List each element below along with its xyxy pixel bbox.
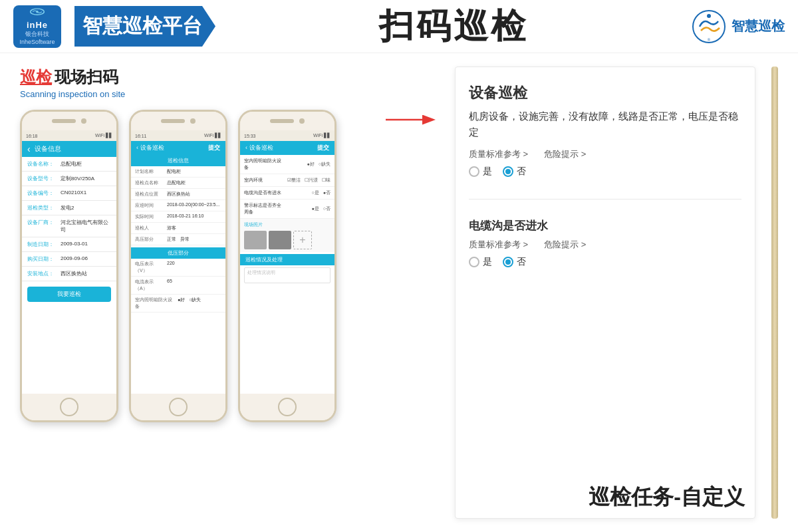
check-label-4: 警示标志是否齐全周备: [244, 202, 284, 215]
phone-2: 16:11WiFi ▋▋ ‹ 设备巡检 提交 巡检信息 计划名称 配电柜 巡检点…: [129, 110, 227, 422]
radio-no-1-label: 否: [517, 166, 526, 178]
panel-desc: 机房设备，设施完善，没有故障，线路是否正常，电压是否稳定: [469, 108, 741, 140]
radio-no-1[interactable]: 否: [503, 166, 526, 178]
device-label-num: 设备编号：: [27, 190, 61, 197]
phone-1-nav-title: 设备信息: [35, 144, 61, 154]
phone-2-nav-left: 设备巡检: [140, 144, 164, 151]
check-opt-2-3: ☐味: [322, 177, 331, 184]
info-value-highv: 正常 异常: [167, 236, 221, 243]
svg-point-3: [707, 14, 711, 18]
info-row-point-loc: 巡检点位置 西区换热站: [131, 189, 225, 200]
phones-row: 16:18WiFi ▋▋ ‹ 设备信息 设备名称： 总配电柜 设备型号： 定制8…: [20, 110, 366, 422]
info-row-plan: 计划名称 配电柜: [131, 166, 225, 178]
phone-1-top: [22, 112, 116, 130]
zhihui-logo-icon: ®: [692, 9, 726, 44]
info-value-inspector: 游客: [167, 225, 221, 231]
panel-title: 设备巡检: [469, 83, 741, 103]
phone-2-section3: 低压部分: [131, 247, 225, 259]
phone-cam-3: [299, 118, 305, 124]
check-abnormal: 异常: [180, 236, 190, 243]
info-label-actual-time: 实际时间: [135, 213, 164, 220]
radio-no-2-label: 否: [517, 256, 526, 268]
main-title: 扫码巡检: [379, 3, 528, 50]
device-label-location: 安装地点：: [27, 270, 61, 277]
info-value-point-name: 总配电柜: [167, 180, 221, 186]
phone-3-bottom: [240, 394, 334, 420]
info-row-voltage: 电压表示（V） 220: [131, 259, 225, 277]
check-label-2: 室内环境: [244, 177, 263, 184]
radio-circle-no-1: [503, 166, 513, 177]
phone-2-nav-right[interactable]: 提交: [208, 144, 220, 152]
right-side: 设备巡检 机房设备，设施完善，没有故障，线路是否正常，电压是否稳定 质量标准参考…: [386, 66, 778, 519]
phone-2-section1: 巡检信息: [131, 155, 225, 166]
radio-circle-yes-2: [469, 257, 479, 267]
device-value-mfg-date: 2009-03-01: [61, 241, 111, 248]
brand-name: inHe: [27, 20, 48, 30]
device-value-num: CN0210X1: [61, 190, 111, 197]
quality-standard-link-2[interactable]: 质量标准参考 >: [469, 239, 528, 251]
phone-speaker-3: [270, 119, 294, 123]
device-row-name: 设备名称： 总配电柜: [22, 157, 116, 172]
radio-row-1: 是 否: [469, 166, 741, 178]
device-value-location: 西区换热站: [61, 270, 111, 277]
check-options-2: ☑整洁 ☐污渍 ☐味: [287, 177, 331, 184]
phone-3-nav-left: 设备巡检: [249, 144, 273, 151]
check-label-3: 电缆沟是否有进水: [244, 190, 281, 196]
danger-hint-link[interactable]: 危险提示 >: [544, 148, 586, 160]
platform-title: 智慧巡检平台: [82, 13, 202, 40]
info-label-highv: 高压部分: [135, 236, 164, 243]
header-right: ® 智慧巡检: [692, 9, 785, 44]
check-options-3: ○是 ●否: [312, 190, 331, 196]
device-value-mfr: 河北宝福电气有限公司: [61, 219, 111, 233]
info-label-plan-time: 应巡时间: [135, 202, 164, 209]
info-label-fire: 室内照明箱防火设备: [135, 297, 175, 310]
device-label-type: 巡检类型：: [27, 204, 61, 211]
phone-3: 15:33WiFi ▋▋ ‹ 设备巡检 提交 室内照明箱防火设备 ●好 ○缺失: [238, 110, 336, 422]
phone-3-home-button[interactable]: [278, 398, 297, 416]
phone-1-home-button[interactable]: [60, 398, 78, 416]
phone-2-status: 16:11WiFi ▋▋: [131, 130, 225, 141]
check-opt-2-2: ☐污渍: [305, 177, 318, 184]
info-row-fire: 室内照明箱防火设备 ●好 ○缺失: [131, 295, 225, 313]
svg-point-1: [36, 11, 38, 13]
process-input[interactable]: 处理情况说明: [244, 267, 331, 283]
check-opt-3-2: ●否: [323, 190, 331, 196]
photos-grid: +: [244, 231, 331, 249]
photo-thumb-2: [269, 231, 291, 249]
check-row-3: 电缆沟是否有进水 ○是 ●否: [240, 187, 334, 200]
red-arrow-icon: [386, 106, 439, 133]
phone-2-home-button[interactable]: [169, 398, 188, 416]
info-value-fire: ●好 ○缺失: [178, 297, 221, 310]
phone-3-nav-right[interactable]: 提交: [317, 144, 329, 152]
scan-label-en: Scanning inspection on site: [20, 89, 366, 99]
radio-no-2[interactable]: 否: [503, 256, 526, 268]
inspection-panel: 设备巡检 机房设备，设施完善，没有故障，线路是否正常，电压是否稳定 质量标准参考…: [455, 66, 755, 519]
info-value-voltage: 220: [167, 261, 221, 274]
vertical-wood-bar: [771, 66, 778, 519]
device-value-buy-date: 2009-09-06: [61, 255, 111, 263]
check-opt-1-2: ○缺失: [319, 161, 331, 168]
photos-section: 现场照片 +: [240, 219, 334, 252]
check-opt-1-1: ●好: [307, 161, 315, 168]
bottom-task-title: 巡检任务-自定义: [589, 483, 745, 512]
main-content: 巡检 现场扫码 Scanning inspection on site 16:1…: [0, 53, 798, 532]
radio-yes-2[interactable]: 是: [469, 256, 492, 268]
scan-label-black: 现场扫码: [55, 66, 118, 88]
device-label-mfr: 设备厂商：: [27, 219, 61, 233]
phone-1-bottom: [22, 394, 116, 420]
quality-standard-link[interactable]: 质量标准参考 >: [469, 148, 528, 160]
device-label-mfg-date: 制造日期：: [27, 241, 61, 248]
radio-yes-1[interactable]: 是: [469, 166, 492, 178]
phone-1-inspect-button[interactable]: 我要巡检: [27, 287, 111, 302]
device-row-num: 设备编号： CN0210X1: [22, 186, 116, 201]
device-value-name: 总配电柜: [61, 160, 111, 168]
radio-circle-no-2: [503, 257, 513, 267]
phone-speaker-1: [52, 119, 76, 123]
check-options-4: ●是 ○否: [312, 205, 331, 212]
process-section-header: 巡检情况及处理: [240, 254, 334, 265]
photo-add-button[interactable]: +: [293, 231, 312, 249]
info-label-inspector: 巡检人: [135, 225, 164, 231]
info-row-inspector: 巡检人 游客: [131, 223, 225, 234]
danger-hint-link-2[interactable]: 危险提示 >: [544, 239, 586, 251]
device-label-buy-date: 购买日期：: [27, 255, 61, 263]
